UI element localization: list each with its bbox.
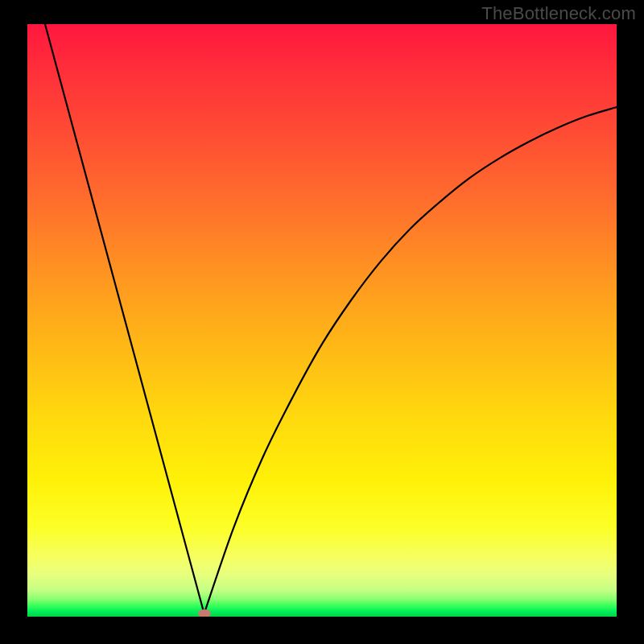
bottleneck-curve	[27, 24, 617, 617]
chart-frame: TheBottleneck.com	[0, 0, 644, 644]
curve-right-branch	[204, 107, 617, 613]
curve-left-branch	[45, 24, 204, 613]
watermark-text: TheBottleneck.com	[481, 3, 636, 24]
minimum-marker	[198, 609, 211, 617]
plot-area	[27, 24, 617, 617]
